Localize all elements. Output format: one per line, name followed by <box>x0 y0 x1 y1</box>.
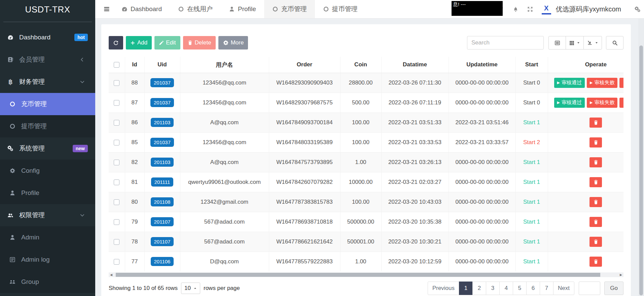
row-checkbox[interactable] <box>114 199 119 205</box>
uid-badge[interactable]: 201103 <box>151 118 174 127</box>
table-row[interactable]: 8020110812342@gmail.comW1647787383815783… <box>109 192 623 212</box>
sidebar-item-充币管理[interactable]: 充币管理 <box>0 93 95 115</box>
scroll-left-arrow[interactable]: ◀ <box>109 272 114 277</box>
uid-badge[interactable]: 201037 <box>150 138 174 147</box>
scroll-right-arrow[interactable]: ▶ <box>618 272 623 277</box>
uid-badge[interactable]: 201037 <box>150 78 174 87</box>
row-checkbox[interactable] <box>114 160 119 165</box>
page-number-6[interactable]: 6 <box>526 282 540 295</box>
page-size-select[interactable]: 10 <box>181 283 200 294</box>
uid-badge[interactable]: 201103 <box>151 158 174 167</box>
uid-badge[interactable]: 201111 <box>151 177 174 187</box>
refresh-button[interactable] <box>109 36 123 50</box>
sidebar-item-提币管理[interactable]: 提币管理 <box>0 115 95 137</box>
page-next[interactable]: Next <box>553 282 574 295</box>
select-all-checkbox[interactable] <box>114 62 119 68</box>
page-number-2[interactable]: 2 <box>472 282 486 295</box>
gears-icon[interactable] <box>635 6 641 12</box>
delete-row-button[interactable] <box>619 78 623 88</box>
table-row[interactable]: 88201037123456@qq.comW164829309090940328… <box>109 73 623 93</box>
table-row[interactable]: 77201106D@qq.comW16477855792228831.00202… <box>109 252 623 271</box>
hamburger-menu-icon[interactable] <box>103 6 110 12</box>
toggle-view-button[interactable] <box>548 36 566 50</box>
page-number-5[interactable]: 5 <box>513 282 527 295</box>
sidebar-item-财务管理[interactable]: ฿财务管理 <box>0 71 95 93</box>
sidebar-item-系统管理[interactable]: 系统管理new <box>0 137 95 160</box>
more-button[interactable]: More <box>218 36 248 50</box>
table-row[interactable]: 78201107567@adad.comW1647786621621642500… <box>109 232 623 252</box>
sidebar-item-权限管理[interactable]: 权限管理 <box>0 204 95 226</box>
add-button[interactable]: Add <box>126 36 152 50</box>
approve-button[interactable]: ▶审核通过 <box>554 78 585 88</box>
uid-badge[interactable]: 201108 <box>151 197 174 206</box>
sidebar-item-dashboard[interactable]: Dashboardhot <box>0 26 95 48</box>
sidebar-item-group[interactable]: Group <box>0 271 95 293</box>
tab-profile[interactable]: Profile <box>221 0 264 18</box>
advanced-search-button[interactable] <box>606 36 623 50</box>
bell-icon[interactable] <box>513 6 518 12</box>
main-area: Dashboard在线用户Profile充币管理提币管理 X 优选源码库yxym… <box>95 0 644 296</box>
table-row[interactable]: 82201103A@qq.comW16478475737938951.00202… <box>109 152 623 172</box>
columns-button[interactable] <box>566 36 584 50</box>
page-number-4[interactable]: 4 <box>499 282 513 295</box>
uid-badge[interactable]: 201107 <box>151 237 174 246</box>
row-checkbox[interactable] <box>114 259 119 265</box>
delete-row-button[interactable] <box>589 217 602 227</box>
table-row[interactable]: 81201111qwertyu99061@outlook.comW1647842… <box>109 172 623 192</box>
export-button[interactable] <box>583 36 602 50</box>
row-checkbox[interactable] <box>114 219 119 225</box>
page-previous[interactable]: Previous <box>428 282 459 295</box>
delete-row-button[interactable] <box>589 118 602 128</box>
delete-button[interactable]: Delete <box>183 36 216 50</box>
tab-提币管理[interactable]: 提币管理 <box>315 0 366 18</box>
brand-title[interactable]: USDT-TRX <box>0 0 95 19</box>
page-number-3[interactable]: 3 <box>486 282 500 295</box>
delete-row-button[interactable] <box>589 177 602 187</box>
sidebar-item-config[interactable]: Config <box>0 160 95 182</box>
horizontal-scrollbar[interactable]: ◀ ▶ <box>109 272 623 277</box>
uid-badge[interactable]: 201037 <box>150 98 174 107</box>
sidebar-item-admin[interactable]: Admin <box>0 226 95 249</box>
page-go-button[interactable]: Go <box>604 282 623 295</box>
delete-row-button[interactable] <box>589 257 602 267</box>
reject-button[interactable]: ▶审核失败 <box>587 98 617 108</box>
site-logo[interactable]: X <box>542 4 551 14</box>
cell-order: W1647847573793895 <box>269 152 340 172</box>
sidebar-item-admin-log[interactable]: Admin log <box>0 249 95 271</box>
row-checkbox[interactable] <box>114 80 119 86</box>
table-row[interactable]: 87201037123456@qq.comW164829307968757550… <box>109 93 623 112</box>
delete-row-button[interactable] <box>589 137 602 147</box>
tab-充币管理[interactable]: 充币管理 <box>264 0 315 18</box>
uid-badge[interactable]: 201106 <box>151 257 174 266</box>
approve-button[interactable]: ▶审核通过 <box>554 98 585 108</box>
table-row[interactable]: 86201103A@qq.comW1647849093700184100.002… <box>109 112 623 132</box>
tab-dashboard[interactable]: Dashboard <box>113 0 170 18</box>
page-number-1[interactable]: 1 <box>459 282 473 295</box>
expand-icon[interactable] <box>527 6 533 12</box>
row-checkbox[interactable] <box>114 100 119 106</box>
delete-row-button[interactable] <box>589 197 602 207</box>
delete-row-button[interactable] <box>619 98 623 108</box>
edit-button[interactable]: Edit <box>154 36 180 50</box>
vertical-scrollbar[interactable] <box>638 19 644 296</box>
row-checkbox[interactable] <box>114 239 119 245</box>
table-row[interactable]: 79201107567@adad.comW1647786938710818500… <box>109 212 623 232</box>
reject-button[interactable]: ▶审核失败 <box>587 78 617 88</box>
page-number-7[interactable]: 7 <box>540 282 553 295</box>
scrollbar-thumb[interactable] <box>116 273 600 277</box>
scrollbar-track[interactable] <box>114 272 618 277</box>
tab-在线用户[interactable]: 在线用户 <box>170 0 221 18</box>
uid-badge[interactable]: 201107 <box>151 217 174 226</box>
vertical-scrollbar-thumb[interactable] <box>639 45 643 295</box>
table-row[interactable]: 85201037123456@qq.comW164784803319538910… <box>109 132 623 152</box>
sidebar-item-会员管理[interactable]: 会员管理 <box>0 48 95 71</box>
delete-row-button[interactable] <box>589 157 602 167</box>
row-checkbox[interactable] <box>114 179 119 185</box>
row-checkbox[interactable] <box>114 140 119 145</box>
site-name[interactable]: 优选源码库yxymkcom <box>556 5 621 14</box>
row-checkbox[interactable] <box>114 120 119 126</box>
delete-row-button[interactable] <box>589 237 602 247</box>
search-input[interactable] <box>467 36 544 50</box>
page-jump-input[interactable] <box>579 282 600 295</box>
sidebar-item-profile[interactable]: Profile <box>0 182 95 204</box>
